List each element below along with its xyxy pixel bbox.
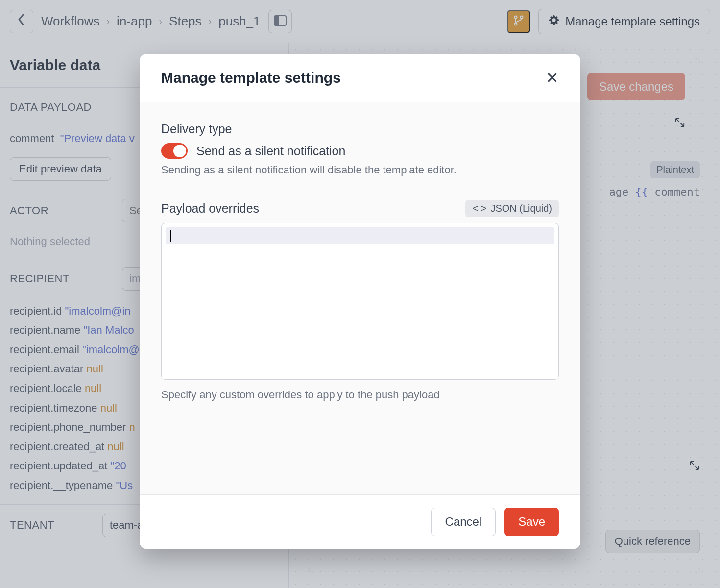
payload-overrides-label: Payload overrides	[161, 201, 259, 216]
modal-overlay[interactable]: Manage template settings ✕ Delivery type…	[0, 0, 720, 588]
close-button[interactable]: ✕	[546, 69, 559, 87]
payload-overrides-hint: Specify any custom overrides to apply to…	[161, 389, 559, 401]
silent-notification-hint: Sending as a silent notification will di…	[161, 164, 559, 176]
close-icon: ✕	[546, 69, 559, 87]
json-liquid-badge: < > JSON (Liquid)	[465, 200, 559, 217]
save-button[interactable]: Save	[504, 508, 559, 536]
modal: Manage template settings ✕ Delivery type…	[140, 54, 580, 549]
silent-notification-toggle[interactable]	[161, 143, 188, 159]
delivery-type-label: Delivery type	[161, 122, 559, 136]
cancel-button[interactable]: Cancel	[431, 508, 496, 536]
modal-title: Manage template settings	[161, 70, 341, 86]
payload-overrides-editor[interactable]	[161, 223, 559, 380]
code-icon: < >	[472, 203, 486, 214]
silent-notification-label: Send as a silent notification	[196, 144, 345, 158]
text-caret	[170, 230, 171, 242]
